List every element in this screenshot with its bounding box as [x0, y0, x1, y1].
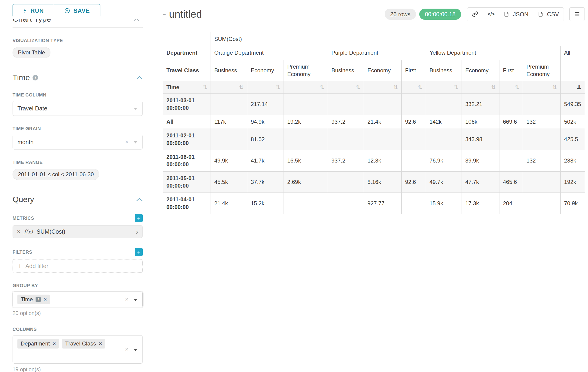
value-cell: 549.35 [561, 94, 585, 115]
value-cell [499, 150, 523, 171]
columns-select[interactable]: Department×Travel Class× × [12, 335, 143, 364]
sort-icon[interactable]: ⇅ [320, 85, 324, 90]
value-cell [328, 193, 364, 214]
class-header-cell: Business [211, 60, 247, 81]
chart-header: - untitled 26 rows 00:00:00.18 </> [163, 7, 585, 21]
add-metric-button[interactable]: + [135, 214, 143, 222]
chevron-up-icon [133, 19, 139, 21]
value-cell: 41.7k [247, 150, 284, 171]
value-cell: 15.2k [247, 193, 284, 214]
pivot-sort-cell: ⇅ [523, 81, 561, 94]
add-filter-button[interactable]: + Add filter [12, 259, 143, 273]
sort-icon[interactable]: ⇅ [514, 85, 519, 90]
remove-token-icon[interactable]: × [52, 341, 56, 346]
viz-type-pill[interactable]: Pivot Table [12, 47, 51, 58]
pivot-data-row: 2011-06-01 00:00:0049.9k41.7k16.5k937.21… [163, 150, 585, 171]
run-save-group: RUN SAVE [12, 4, 143, 17]
time-column-value: Travel Date [17, 105, 47, 112]
value-cell: 217.14 [247, 94, 284, 115]
chevron-up-icon[interactable] [136, 76, 143, 80]
sort-icon[interactable]: ⇅ [202, 85, 207, 90]
chart-title: - untitled [163, 8, 202, 20]
group-by-select[interactable]: Timei× × [12, 292, 143, 307]
sort-icon[interactable]: ⇅ [393, 85, 398, 90]
clear-icon[interactable]: × [125, 296, 128, 303]
remove-metric-icon[interactable]: × [17, 228, 21, 235]
info-icon: i [36, 297, 41, 302]
remove-token-icon[interactable]: × [99, 341, 102, 346]
sort-icon[interactable]: ⇅ [552, 85, 557, 90]
clear-icon[interactable]: × [125, 346, 128, 353]
remove-token-icon[interactable]: × [43, 297, 47, 302]
run-button[interactable]: RUN [12, 4, 54, 17]
value-cell: 17.3k [462, 193, 499, 214]
section-title-chart-type: Chart Type [12, 19, 51, 23]
pivot-sort-cell: ⇅ [462, 81, 499, 94]
sort-icon[interactable]: ⇅ [453, 85, 458, 90]
save-label: SAVE [74, 7, 90, 14]
value-cell [211, 94, 247, 115]
value-cell: 92.6 [402, 171, 426, 193]
all-header-cell: All [561, 46, 585, 60]
time-sort-cell: Time⇅ [163, 81, 211, 94]
row-label-cell: 2011-02-01 00:00:00 [163, 129, 211, 150]
export-json-button[interactable]: .JSON [499, 7, 533, 21]
sort-icon[interactable]: ⇊ [577, 85, 581, 90]
time-grain-select[interactable]: month × [12, 135, 143, 149]
json-label: .JSON [511, 11, 528, 18]
sort-icon[interactable]: ⇅ [491, 85, 496, 90]
group-by-tokens: Timei× [17, 295, 50, 304]
class-header-cell: Economy [364, 60, 402, 81]
value-cell: 8.16k [364, 171, 402, 193]
value-cell [211, 129, 247, 150]
select-token[interactable]: Travel Class× [62, 339, 105, 349]
sort-icon[interactable]: ⇅ [239, 85, 243, 90]
view-query-button[interactable]: </> [483, 7, 499, 21]
clear-icon[interactable]: × [125, 138, 128, 146]
value-cell: 47.7k [462, 171, 499, 193]
run-label: RUN [31, 7, 44, 14]
token-label: Department [21, 340, 50, 347]
save-button[interactable]: SAVE [54, 4, 100, 17]
section-header-query[interactable]: Query [12, 195, 143, 204]
pivot-sort-cell: ⇅ [499, 81, 523, 94]
pivot-data-row: 2011-02-01 00:00:0081.52343.98425.5 [163, 129, 585, 150]
export-csv-button[interactable]: .CSV [533, 7, 564, 21]
all-sort-cell: ⇊ [561, 81, 585, 94]
select-token[interactable]: Timei× [17, 295, 50, 304]
value-cell: 192k [561, 171, 585, 193]
chevron-down-icon [134, 141, 137, 143]
chart-area: - untitled 26 rows 00:00:00.18 </> [150, 0, 588, 372]
sort-icon[interactable]: ⇅ [356, 85, 360, 90]
select-token[interactable]: Department× [17, 339, 59, 349]
value-cell: 669.6 [499, 115, 523, 128]
time-column-select[interactable]: Travel Date [12, 101, 143, 116]
value-cell [523, 94, 561, 115]
class-header-cell: Economy [462, 60, 499, 81]
value-cell: 94.9k [247, 115, 284, 128]
sort-icon[interactable]: ⇅ [275, 85, 280, 90]
plus-icon: + [18, 263, 22, 269]
time-range-pill[interactable]: 2011-01-01 ≤ col < 2011-06-30 [12, 169, 99, 180]
value-cell: 12.3k [364, 150, 402, 171]
section-header-chart-type[interactable]: Chart Type [12, 19, 143, 26]
value-cell: 2.69k [284, 171, 328, 193]
add-filter-plus-button[interactable]: + [135, 248, 143, 256]
copy-link-button[interactable] [467, 7, 483, 21]
menu-button[interactable] [569, 7, 585, 21]
chevron-down-icon [134, 349, 137, 351]
value-cell [499, 129, 523, 150]
group-header-cell: Yellow Department [426, 46, 561, 60]
value-cell: 238k [561, 150, 585, 171]
chevron-up-icon[interactable] [136, 198, 143, 201]
value-cell [284, 94, 328, 115]
row-label-cell: 2011-04-01 00:00:00 [163, 193, 211, 214]
sort-icon[interactable]: ⇅ [418, 85, 422, 90]
group-header-cell: Purple Department [328, 46, 426, 60]
metric-chip[interactable]: × ƒ(x) SUM(Cost) › [12, 225, 143, 238]
section-header-time[interactable]: Time i [12, 73, 143, 82]
value-cell [402, 193, 426, 214]
value-cell: 132 [523, 150, 561, 171]
pivot-sort-cell: ⇅ [284, 81, 328, 94]
filters-label: FILTERS + [12, 248, 143, 256]
